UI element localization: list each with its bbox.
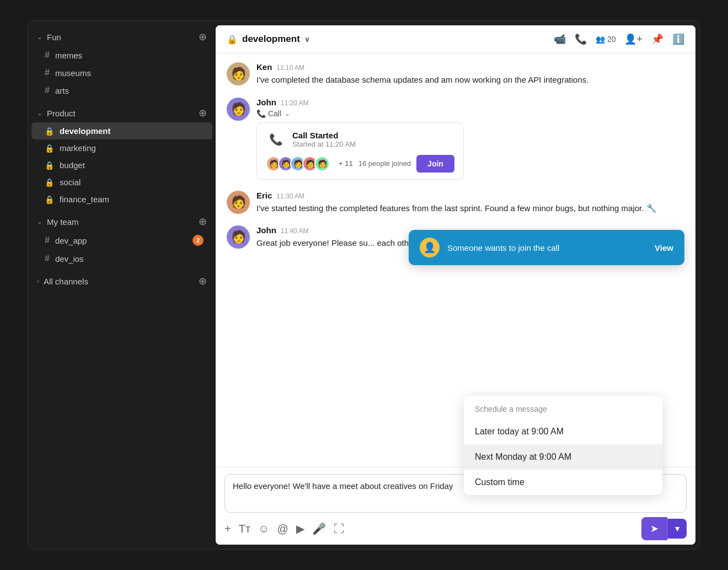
channel-label-budget: budget (60, 160, 85, 170)
call-info: Call Started Started at 11:20 AM (292, 131, 356, 148)
sidebar-channel-museums[interactable]: #museums (31, 64, 212, 82)
text-format-icon[interactable]: Tт (239, 523, 250, 535)
message-msg3: 🧑Eric11:30 AMI've started testing the co… (227, 191, 684, 215)
mic-icon[interactable]: 🎤 (312, 522, 326, 535)
sidebar-group-label-2: My team (47, 217, 79, 227)
notification-avatar: 👤 (420, 238, 440, 257)
sidebar-group-header-0[interactable]: ⌄Fun⊕ (28, 28, 216, 46)
channel-badge-dev_app: 2 (192, 235, 204, 246)
call-label-msg2[interactable]: 📞 Call ⌄ (256, 109, 684, 118)
call-card-msg2: 📞 Call Started Started at 11:20 AM 🧑 🧑 🧑… (256, 122, 464, 180)
schedule-option-later_today[interactable]: Later today at 9:00 AM (464, 419, 662, 444)
sidebar-group-chevron-3: › (37, 277, 39, 285)
members-count[interactable]: 👥 20 (596, 35, 616, 44)
media-icon[interactable]: ▶ (296, 522, 304, 535)
message-content-msg3: Eric11:30 AMI've started testing the com… (256, 191, 684, 215)
call-start: Started at 11:20 AM (292, 140, 356, 148)
sidebar-group-header-1[interactable]: ⌄Product⊕ (28, 104, 216, 122)
hash-icon-dev_ios: # (45, 254, 50, 264)
channel-title[interactable]: development ∨ (242, 34, 310, 45)
channel-chevron-icon[interactable]: ∨ (304, 35, 310, 44)
sidebar-channel-finance_team[interactable]: 🔒finance_team (31, 191, 212, 208)
participant-5: 🧑 (314, 156, 330, 171)
add-member-icon[interactable]: 👤+ (624, 33, 643, 45)
lock-icon-budget: 🔒 (45, 161, 54, 170)
message-content-msg2: John11:20 AM📞 Call ⌄ 📞 Call Started Star… (256, 98, 684, 180)
sidebar-group-label-1: Product (47, 109, 76, 118)
call-title: Call Started (292, 131, 356, 140)
chat-header-right: 📹 📞 👥 20 👤+ 📌 ℹ️ (554, 33, 684, 45)
members-icon: 👥 (596, 35, 605, 44)
sidebar-group-add-2[interactable]: ⊕ (199, 216, 207, 228)
sidebar-channel-memes[interactable]: #memes (31, 46, 212, 64)
sidebar-group-chevron-0: ⌄ (37, 33, 42, 41)
sidebar-group-header-3[interactable]: ›All channels⊕ (28, 272, 216, 291)
avatar-msg4: 🧑 (227, 225, 250, 249)
channel-label-social: social (60, 178, 81, 187)
message-msg1: 🧑Ken11:10 AMI've completed the database … (227, 62, 684, 87)
sidebar-group-add-3[interactable]: ⊕ (199, 275, 207, 287)
schedule-option-custom_time[interactable]: Custom time (464, 470, 662, 495)
people-joined: 16 people joined (358, 159, 411, 168)
main-chat: 🔒 development ∨ 📹 📞 👥 20 👤+ 📌 ℹ️ (216, 25, 695, 545)
sidebar-channel-dev_ios[interactable]: #dev_ios (31, 250, 212, 267)
channel-lock-icon: 🔒 (227, 34, 238, 45)
pin-icon[interactable]: 📌 (651, 33, 663, 45)
message-author-msg2: John (256, 98, 276, 107)
lock-icon-social: 🔒 (45, 178, 54, 187)
chat-header: 🔒 development ∨ 📹 📞 👥 20 👤+ 📌 ℹ️ (216, 25, 695, 53)
chat-header-left: 🔒 development ∨ (227, 34, 310, 45)
sidebar-group-chevron-2: ⌄ (37, 218, 42, 225)
avatar-msg2: 🧑 (227, 98, 250, 121)
attach-icon[interactable]: + (224, 523, 231, 535)
sidebar-channel-development[interactable]: 🔒development (31, 122, 212, 139)
info-icon[interactable]: ℹ️ (672, 33, 684, 45)
call-phone-icon: 📞 (266, 130, 286, 149)
sidebar: ⌄Fun⊕#memes#museums#arts⌄Product⊕🔒develo… (28, 21, 216, 549)
message-time-msg1: 11:10 AM (276, 64, 304, 72)
phone-icon[interactable]: 📞 (575, 33, 587, 45)
send-button[interactable]: ➤ (641, 517, 667, 540)
lock-icon-development: 🔒 (45, 127, 54, 136)
channel-label-dev_app: dev_app (55, 236, 87, 245)
schedule-option-next_monday[interactable]: Next Monday at 9:00 AM (464, 444, 662, 470)
message-content-msg1: Ken11:10 AMI've completed the database s… (256, 62, 684, 87)
lock-icon-marketing: 🔒 (45, 144, 54, 153)
notification-view-button[interactable]: View (655, 243, 673, 252)
channel-label-finance_team: finance_team (60, 195, 109, 204)
join-call-button[interactable]: Join (416, 155, 454, 173)
sidebar-channel-social[interactable]: 🔒social (31, 174, 212, 191)
message-header-msg2: John11:20 AM (256, 98, 684, 107)
emoji-icon[interactable]: ☺ (258, 523, 269, 535)
sidebar-group-header-2[interactable]: ⌄My team⊕ (28, 212, 216, 231)
lock-icon-finance_team: 🔒 (45, 195, 54, 204)
sidebar-group-add-1[interactable]: ⊕ (199, 107, 207, 119)
participant-avatars: 🧑 🧑 🧑 🧑 🧑 (266, 156, 330, 171)
notification-text: Someone wants to join the call (447, 243, 647, 252)
channel-label-dev_ios: dev_ios (55, 254, 84, 264)
message-author-msg4: John (256, 225, 276, 235)
channel-label-arts: arts (55, 86, 69, 95)
expand-icon[interactable]: ⛶ (334, 523, 345, 535)
send-dropdown-button[interactable]: ▼ (667, 519, 687, 539)
channel-label-museums: museums (55, 68, 91, 78)
avatar-msg3: 🧑 (227, 191, 250, 214)
channel-label-development: development (60, 126, 111, 136)
sidebar-channel-marketing[interactable]: 🔒marketing (31, 139, 212, 157)
message-author-msg1: Ken (256, 62, 272, 72)
sidebar-group-chevron-1: ⌄ (37, 109, 42, 117)
sidebar-channel-dev_app[interactable]: #dev_app2 (31, 231, 212, 250)
mention-icon[interactable]: @ (277, 523, 288, 535)
sidebar-section-my-team: ⌄My team⊕#dev_app2#dev_ios (28, 210, 216, 270)
hash-icon-museums: # (45, 68, 50, 78)
video-icon[interactable]: 📹 (554, 33, 566, 45)
message-time-msg3: 11:30 AM (276, 192, 304, 200)
sidebar-group-label-0: Fun (47, 33, 61, 42)
sidebar-group-add-0[interactable]: ⊕ (199, 31, 207, 43)
sidebar-channel-arts[interactable]: #arts (31, 82, 212, 99)
notification-banner[interactable]: 👤 Someone wants to join the call View (409, 230, 684, 265)
channel-label-marketing: marketing (60, 143, 96, 153)
members-number: 20 (607, 35, 616, 44)
sidebar-channel-budget[interactable]: 🔒budget (31, 157, 212, 174)
participant-count: + 11 (339, 159, 353, 168)
